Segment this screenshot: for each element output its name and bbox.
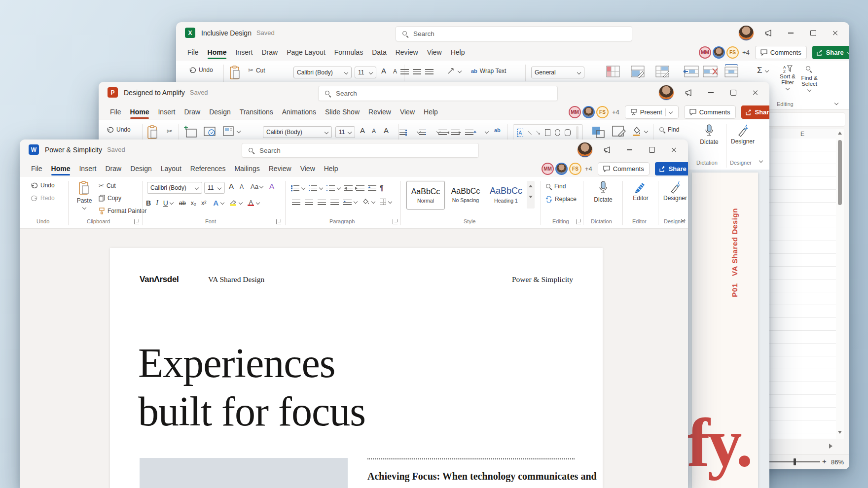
word-tab-help[interactable]: Help xyxy=(320,161,343,176)
ppt-tab-help[interactable]: Help xyxy=(419,105,442,119)
ppt-tab-slide-show[interactable]: Slide Show xyxy=(321,105,364,119)
excel-tab-data[interactable]: Data xyxy=(367,45,391,60)
style-heading-1[interactable]: AaBbCc Heading 1 xyxy=(487,181,525,209)
quick-styles-icon[interactable] xyxy=(612,125,626,139)
slide-layout-icon[interactable] xyxy=(223,126,241,136)
superscript-button[interactable]: x² xyxy=(201,200,206,207)
cell-styles-icon[interactable] xyxy=(655,66,670,78)
shrink-font-icon[interactable]: A xyxy=(372,128,376,135)
insert-cells-icon[interactable] xyxy=(683,66,699,78)
ppt-tab-view[interactable]: View xyxy=(396,105,419,119)
ppt-tab-draw[interactable]: Draw xyxy=(180,105,205,119)
clear-formatting-icon[interactable]: A xyxy=(269,182,274,190)
word-tab-mailings[interactable]: Mailings xyxy=(230,161,264,176)
word-close-button[interactable] xyxy=(663,142,685,158)
ppt-tab-review[interactable]: Review xyxy=(364,105,396,119)
word-tab-references[interactable]: References xyxy=(186,161,230,176)
zoom-in-button[interactable]: + xyxy=(822,457,827,465)
word-undo-button[interactable]: Undo xyxy=(31,182,55,189)
increase-indent-button[interactable] xyxy=(356,185,364,191)
autosum-button[interactable]: Σ xyxy=(757,66,769,75)
ppt-megaphone-icon[interactable] xyxy=(678,85,700,101)
document-image-placeholder[interactable] xyxy=(140,458,348,488)
shrink-font-icon[interactable]: A xyxy=(393,68,397,75)
format-as-table-icon[interactable] xyxy=(631,66,646,78)
editing-dialog-launcher[interactable] xyxy=(576,219,581,224)
word-tab-draw[interactable]: Draw xyxy=(101,161,126,176)
word-tab-layout[interactable]: Layout xyxy=(156,161,186,176)
align-right-button[interactable] xyxy=(318,199,326,205)
ppt-designer-button[interactable]: Designer xyxy=(728,124,758,145)
avatar-mm[interactable]: MM xyxy=(699,46,711,59)
ppt-paste-button[interactable] xyxy=(147,125,159,140)
strikethrough-button[interactable]: ab xyxy=(179,200,186,207)
excel-font-size-select[interactable]: 11 xyxy=(355,67,376,78)
excel-undo-button[interactable]: Undo xyxy=(189,67,213,73)
ppt-share-button[interactable]: Share xyxy=(741,105,770,119)
textbox-shape-icon[interactable]: A xyxy=(517,129,523,137)
shrink-font-icon[interactable]: A xyxy=(240,183,244,190)
excel-minimize-button[interactable] xyxy=(780,25,802,41)
show-formatting-button[interactable]: ¶ xyxy=(380,184,384,192)
word-account-avatar[interactable] xyxy=(578,142,592,157)
word-paste-button[interactable]: Paste xyxy=(73,181,96,210)
numbering-button[interactable] xyxy=(309,185,323,191)
style-no-spacing[interactable]: AaBbCc No Spacing xyxy=(447,181,484,209)
excel-tab-draw[interactable]: Draw xyxy=(257,45,282,60)
grow-font-icon[interactable]: A xyxy=(360,126,365,135)
word-redo-button[interactable]: Redo xyxy=(31,195,55,202)
ppt-undo-button[interactable]: Undo xyxy=(107,126,131,133)
word-tab-view[interactable]: View xyxy=(296,161,320,176)
text-effects-button[interactable]: A xyxy=(213,199,224,207)
ppt-tab-transitions[interactable]: Transitions xyxy=(235,105,278,119)
word-designer-button[interactable]: Designer xyxy=(660,181,688,202)
excel-font-name-select[interactable]: Calibri (Body) xyxy=(293,67,352,78)
excel-account-avatar[interactable] xyxy=(739,26,754,40)
orientation-button[interactable] xyxy=(447,68,462,74)
excel-close-button[interactable] xyxy=(824,25,846,41)
word-tab-home[interactable]: Home xyxy=(47,161,75,176)
zoom-slider-handle[interactable] xyxy=(794,458,796,465)
column-header-e[interactable]: E xyxy=(800,131,804,138)
find-select-button[interactable]: Find & Select xyxy=(798,65,820,92)
italic-button[interactable]: I xyxy=(156,199,158,207)
scroll-right-icon[interactable] xyxy=(829,444,835,449)
font-dialog-launcher[interactable] xyxy=(276,219,281,224)
slide-vertical-text[interactable]: P01 VA Shared Design xyxy=(730,208,739,297)
ppt-tab-home[interactable]: Home xyxy=(126,105,154,119)
word-tab-file[interactable]: File xyxy=(27,161,47,176)
borders-button[interactable] xyxy=(380,199,392,205)
avatar-photo[interactable] xyxy=(582,106,595,118)
excel-megaphone-icon[interactable] xyxy=(758,25,780,41)
font-color-button[interactable]: A xyxy=(248,200,260,207)
word-find-button[interactable]: Find xyxy=(545,183,566,190)
excel-wrap-text-button[interactable]: ab Wrap Text xyxy=(471,68,506,74)
oval-shape-icon[interactable] xyxy=(555,129,560,136)
word-share-button[interactable]: Share xyxy=(655,162,688,175)
word-dictate-button[interactable]: Dictate xyxy=(588,181,618,203)
avatar-photo[interactable] xyxy=(555,163,568,175)
conditional-formatting-icon[interactable] xyxy=(606,66,621,78)
paragraph-dialog-launcher[interactable] xyxy=(393,219,398,224)
excel-cut-button[interactable]: ✂ Cut xyxy=(248,67,265,74)
avatar-mm[interactable]: MM xyxy=(542,163,554,175)
align-center-button[interactable] xyxy=(305,199,313,205)
avatar-fs[interactable]: FS xyxy=(569,163,581,175)
word-font-name-select[interactable]: Calibri (Body) xyxy=(147,182,202,194)
word-tab-insert[interactable]: Insert xyxy=(74,161,101,176)
shading-button[interactable] xyxy=(362,199,375,205)
style-normal[interactable]: AaBbCc Normal xyxy=(406,181,445,209)
word-search-input[interactable] xyxy=(258,146,408,155)
scroll-up-icon[interactable] xyxy=(838,130,842,135)
avatar-fs[interactable]: FS xyxy=(726,46,739,59)
avatar-photo[interactable] xyxy=(713,46,725,59)
clipboard-dialog-launcher[interactable] xyxy=(134,219,139,224)
ppt-account-avatar[interactable] xyxy=(659,85,674,100)
word-cut-button[interactable]: ✂ Cut xyxy=(99,182,116,189)
ppt-tab-insert[interactable]: Insert xyxy=(153,105,180,119)
clear-format-icon[interactable]: A xyxy=(384,126,389,135)
avatar-overflow[interactable]: +4 xyxy=(585,165,592,173)
excel-maximize-button[interactable] xyxy=(802,25,824,41)
ppt-minimize-button[interactable] xyxy=(700,85,722,101)
excel-search-box[interactable] xyxy=(396,26,632,41)
